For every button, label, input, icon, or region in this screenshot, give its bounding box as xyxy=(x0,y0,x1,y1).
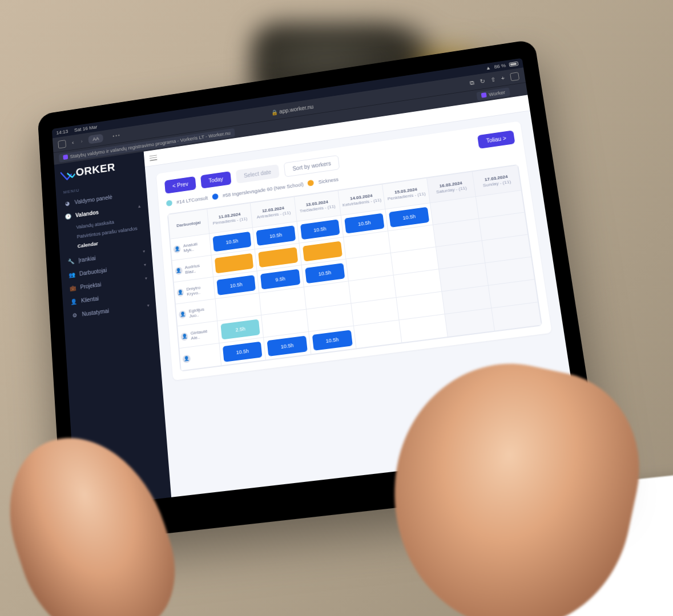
hours-slot[interactable]: 2.5h xyxy=(220,319,260,339)
avatar: 👤 xyxy=(177,288,184,297)
hours-slot[interactable] xyxy=(215,253,254,273)
calendar-card: < Prev Today Select date Sort by workers… xyxy=(156,121,552,380)
chevron-up-icon: ▲ xyxy=(137,204,142,209)
hours-slot[interactable]: 10.5h xyxy=(312,330,352,350)
avatar: 👤 xyxy=(180,332,188,341)
hours-slot[interactable]: 10.5h xyxy=(267,335,308,356)
nav-tools-label: Įrankiai xyxy=(78,255,96,263)
hours-slot[interactable]: 10.5h xyxy=(223,341,263,362)
nav-settings-label: Nustatymai xyxy=(82,308,109,318)
avatar: 👤 xyxy=(182,354,191,363)
employee-name: Dmytro Kryvo.. xyxy=(186,283,212,297)
chevron-down-icon: ▾ xyxy=(147,303,150,308)
employee-name: Anatolii Myk.. xyxy=(183,240,208,253)
reload-icon[interactable]: ↻ xyxy=(479,78,485,85)
calendar-cell[interactable]: 10.5h xyxy=(219,338,266,366)
hours-slot[interactable]: 9.5h xyxy=(260,269,300,289)
forward-button[interactable]: › xyxy=(79,137,83,145)
legend-label-3: Sickness xyxy=(318,176,338,184)
today-button[interactable]: Today xyxy=(200,171,231,189)
hours-slot[interactable]: 10.5h xyxy=(344,213,385,233)
nav-hours-label: Valandos xyxy=(75,209,99,218)
hamburger-icon[interactable] xyxy=(150,155,158,161)
hours-slot[interactable] xyxy=(258,247,297,268)
select-date-button[interactable]: Select date xyxy=(236,164,280,184)
back-button[interactable]: ‹ xyxy=(71,139,75,146)
tabs-icon[interactable] xyxy=(510,72,519,81)
battery-icon xyxy=(509,62,518,67)
nav-clients-label: Klientai xyxy=(81,295,99,304)
employee-name: Gintautė Ale.. xyxy=(190,327,216,341)
avatar: 👤 xyxy=(173,245,181,253)
status-time: 14:13 xyxy=(56,129,68,136)
employee-name: Audrius Blaz.. xyxy=(184,261,210,274)
chevron-down-icon: ▾ xyxy=(143,249,145,254)
hours-slot[interactable] xyxy=(303,241,342,261)
gear-icon: ⚙ xyxy=(71,312,78,319)
chevron-down-icon: ▾ xyxy=(145,275,147,281)
sort-workers-button[interactable]: Sort by workers xyxy=(284,155,340,177)
chevron-down-icon: ▾ xyxy=(144,262,146,268)
nav-projects-label: Projektai xyxy=(80,281,101,290)
nav-dashboard-label: Valdymo panelė xyxy=(74,194,112,205)
user-icon: 👤 xyxy=(70,298,77,305)
favicon-icon xyxy=(481,92,487,98)
brand-text: ORKER xyxy=(75,161,116,179)
avatar: 👤 xyxy=(179,310,187,318)
tab-2-title: Worker xyxy=(489,90,506,97)
hours-slot[interactable]: 10.5h xyxy=(305,263,345,283)
more-dots[interactable]: ••• xyxy=(112,133,121,139)
employee-name: Egidijus Juo.. xyxy=(188,305,214,318)
battery-percent: 86 % xyxy=(494,63,506,70)
sidebar-toggle-icon[interactable] xyxy=(58,140,66,148)
legend-label-1: #14 LTConsult xyxy=(176,195,208,205)
logo-mark-icon xyxy=(62,168,74,179)
share-icon[interactable]: ⇧ xyxy=(490,76,496,83)
legend-dot-3 xyxy=(308,180,315,187)
hours-slot[interactable]: 10.5h xyxy=(389,206,429,227)
extension-icon[interactable]: ⧉ xyxy=(469,79,475,86)
legend-dot-2 xyxy=(212,193,218,200)
prev-button[interactable]: < Prev xyxy=(164,176,196,194)
reader-aa-button[interactable]: AA xyxy=(88,133,104,144)
employee-cell[interactable]: 👤 xyxy=(179,343,221,371)
gauge-icon: ◕ xyxy=(64,200,71,207)
url-text: app.worker.nu xyxy=(279,103,314,114)
hours-slot[interactable]: 10.5h xyxy=(216,275,256,295)
wifi-icon: ▲ xyxy=(485,65,491,71)
calendar-cell[interactable]: 10.5h xyxy=(308,326,356,354)
hours-slot[interactable]: 10.5h xyxy=(300,219,340,240)
nav-employees-label: Darbuotojai xyxy=(79,267,107,277)
avatar: 👤 xyxy=(175,266,182,275)
calendar-cell[interactable]: 10.5h xyxy=(264,331,311,360)
new-tab-icon[interactable]: + xyxy=(501,75,505,82)
hours-slot[interactable]: 10.5h xyxy=(256,225,296,246)
people-icon: 👥 xyxy=(68,271,75,278)
hours-slot[interactable]: 10.5h xyxy=(212,231,251,252)
clock-icon: 🕑 xyxy=(65,213,71,220)
favicon-icon xyxy=(63,155,68,160)
next-button[interactable]: Toliau > xyxy=(477,130,515,149)
legend-dot-1 xyxy=(166,200,172,206)
wrench-icon: 🔧 xyxy=(67,258,74,265)
briefcase-icon: 💼 xyxy=(69,285,76,291)
